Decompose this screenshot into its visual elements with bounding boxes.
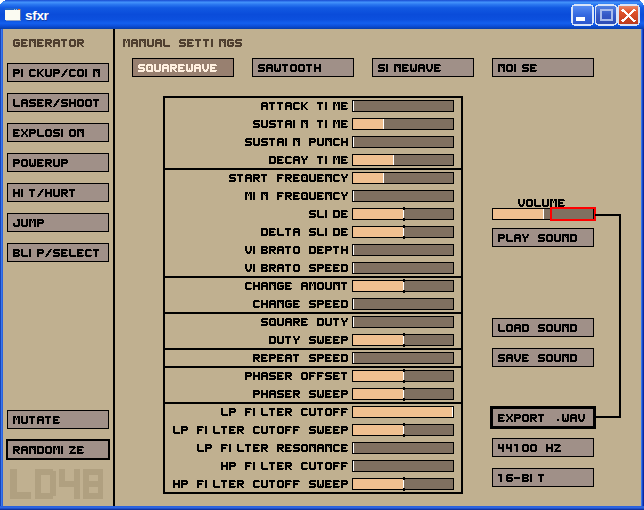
svg-text:sfxr: sfxr <box>25 8 50 23</box>
